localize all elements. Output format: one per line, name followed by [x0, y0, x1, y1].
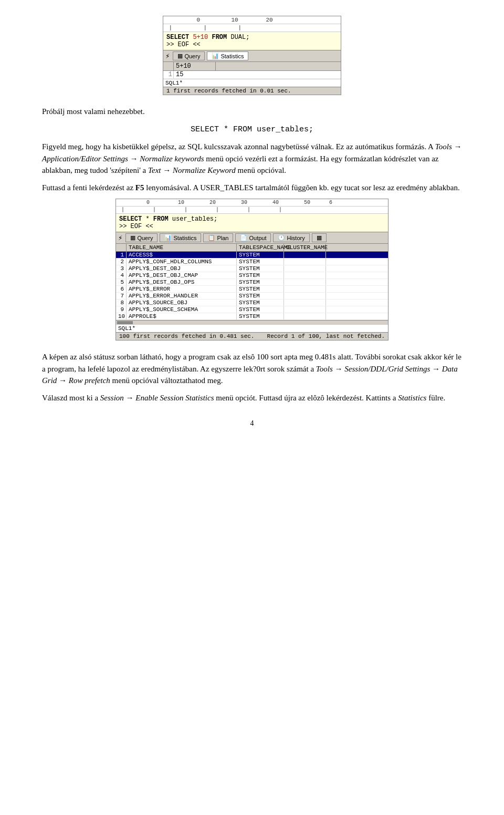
- code-area-2: SELECT * FROM user_tables; >> EOF <<: [116, 214, 388, 232]
- row-cluster: [284, 286, 326, 292]
- sql-label-2: SQL1*: [116, 324, 388, 332]
- lightning-icon-2: ⚡: [118, 233, 122, 242]
- code-area-1: SELECT 5+10 FROM DUAL; >> EOF <<: [163, 32, 341, 50]
- tab-bar-2: ⚡ ▦ Query 📊 Statistics 📋 Plan 📄 Output: [116, 232, 388, 244]
- row-cluster: [284, 259, 326, 265]
- col-5plus10-header: 5+10: [174, 62, 216, 70]
- row-tablename: APPLY$_DEST_OBJ: [127, 265, 237, 272]
- grid-icon: ▦: [177, 53, 183, 59]
- status-left: 100 first records fetched in 0.481 sec.: [119, 333, 254, 339]
- row-tablename: APPLY$_SOURCE_SCHEMA: [127, 306, 237, 313]
- row-tablename: APPLY$_ERROR: [127, 286, 237, 292]
- grid-icon-2: ▦: [130, 234, 135, 241]
- sqlplus-window-2: 0 10 20 30 40 50 6 | | | | | | SELECT * …: [116, 199, 388, 341]
- row-num: 3: [116, 265, 127, 272]
- tab-query-2[interactable]: ▦ Query: [125, 233, 158, 242]
- plan-icon: 📋: [208, 234, 215, 241]
- row-tsname: SYSTEM: [237, 259, 284, 265]
- paragraph-4: Futtasd a fenti lekérdezést az F5 lenyom…: [42, 182, 462, 194]
- col-tablename-header: TABLE_NAME: [127, 244, 237, 251]
- column-headers: TABLE_NAME TABLESPACE_NAME CLUSTER_NAME: [116, 244, 388, 252]
- paragraph-1: Próbálj most valami nehezebbet.: [42, 106, 462, 118]
- row-num: 7: [116, 293, 127, 299]
- table-row: 3 APPLY$_DEST_OBJ SYSTEM: [116, 265, 388, 272]
- status-right: Record 1 of 100, last not fetched.: [267, 333, 385, 339]
- chart-icon-2: 📊: [164, 234, 172, 241]
- table-row: 8 APPLY$_SOURCE_OBJ SYSTEM: [116, 300, 388, 306]
- row-num: 10: [116, 313, 127, 319]
- row-tablename: APPLY$_CONF_HDLR_COLUMNS: [127, 259, 237, 265]
- row-tsname: SYSTEM: [237, 306, 284, 313]
- table-row: 7 APPLY$_ERROR_HANDLER SYSTEM: [116, 293, 388, 300]
- scrollbar-thumb[interactable]: [117, 321, 133, 324]
- row-num: 6: [116, 286, 127, 292]
- ruler-marks-1: | | |: [163, 24, 341, 32]
- extra-icon: ▦: [317, 234, 322, 241]
- select-statement: SELECT * FROM user_tables;: [42, 123, 462, 136]
- tab-statistics-1[interactable]: 📊 Statistics: [207, 51, 248, 60]
- lightning-icon: ⚡: [165, 51, 170, 60]
- col-rownum-header: [163, 62, 174, 70]
- tab-statistics-2[interactable]: 📊 Statistics: [160, 233, 201, 242]
- row-tsname: SYSTEM: [237, 272, 284, 278]
- row-num: 9: [116, 306, 127, 313]
- row-cluster: [284, 293, 326, 299]
- tab-extra-2[interactable]: ▦: [312, 233, 327, 242]
- row-cluster: [284, 306, 326, 313]
- chart-icon: 📊: [212, 53, 219, 59]
- ruler-2: 0 10 20 30 40 50 6: [116, 199, 388, 207]
- row-cluster: [284, 272, 326, 278]
- page-number: 4: [42, 419, 462, 428]
- paragraph-3: Figyeld meg, hogy ha kisbetükkel gépelsz…: [42, 141, 462, 177]
- tab-bar-1: ⚡ ▦ Query 📊 Statistics: [163, 50, 341, 62]
- page-content: 0 10 20 | | | SELECT 5+10 FROM DUAL; >> …: [42, 16, 462, 428]
- row-tablename: APPLY$_ERROR_HANDLER: [127, 293, 237, 299]
- table-row: 4 APPLY$_DEST_OBJ_CMAP SYSTEM: [116, 272, 388, 279]
- row-tsname: SYSTEM: [237, 286, 284, 292]
- paragraph-5: A képen az alsó státusz sorban látható, …: [42, 351, 462, 387]
- table-row: 5 APPLY$_DEST_OBJ_OPS SYSTEM: [116, 279, 388, 286]
- row-tsname: SYSTEM: [237, 252, 284, 258]
- col-clustername-header: CLUSTER_NAME: [284, 244, 326, 251]
- row-num: 1: [116, 252, 127, 258]
- row-num-1: 1: [163, 71, 174, 78]
- paragraph-6: Válaszd most ki a Session → Enable Sessi…: [42, 392, 462, 404]
- row-tablename: APPLY$_DEST_OBJ_OPS: [127, 279, 237, 285]
- row-cluster: [284, 300, 326, 306]
- row-tsname: SYSTEM: [237, 279, 284, 285]
- horizontal-scrollbar[interactable]: [116, 320, 388, 324]
- tab-query-1[interactable]: ▦ Query: [173, 51, 205, 60]
- tab-output-2[interactable]: 📄 Output: [235, 233, 271, 242]
- tab-plan-2[interactable]: 📋 Plan: [203, 233, 233, 242]
- row-num: 8: [116, 300, 127, 306]
- table-row: 10 APPROLE$ SYSTEM: [116, 313, 388, 320]
- row-tablename: APPROLE$: [127, 313, 237, 319]
- tab-history-2[interactable]: 🕐 History: [273, 233, 309, 242]
- row-cluster: [284, 313, 326, 319]
- row-cluster: [284, 265, 326, 272]
- col-num-header: [116, 244, 127, 251]
- row-num: 5: [116, 279, 127, 285]
- sql-label-1: SQL1*: [163, 79, 341, 87]
- row-tablename: APPLY$_DEST_OBJ_CMAP: [127, 272, 237, 278]
- history-icon: 🕐: [278, 234, 285, 241]
- row-cluster: [284, 279, 326, 285]
- ruler-marks-2: | | | | | |: [116, 207, 388, 214]
- table-row: 9 APPLY$_SOURCE_SCHEMA SYSTEM: [116, 306, 388, 313]
- row-tablename: ACCESS$: [127, 252, 237, 258]
- table-row: 6 APPLY$_ERROR SYSTEM: [116, 286, 388, 293]
- row-tsname: SYSTEM: [237, 313, 284, 319]
- status-bar-2: 100 first records fetched in 0.481 sec. …: [116, 332, 388, 340]
- status-bar-1: 1 first records fetched in 0.01 sec.: [163, 87, 341, 95]
- row-tsname: SYSTEM: [237, 300, 284, 306]
- row-num: 2: [116, 259, 127, 265]
- sqlplus-window-1: 0 10 20 | | | SELECT 5+10 FROM DUAL; >> …: [163, 16, 341, 95]
- table-row: 2 APPLY$_CONF_HDLR_COLUMNS SYSTEM: [116, 259, 388, 265]
- table-row: 1 ACCESS$ SYSTEM: [116, 252, 388, 259]
- row-tsname: SYSTEM: [237, 293, 284, 299]
- output-icon: 📄: [240, 234, 247, 241]
- data-rows: 1 ACCESS$ SYSTEM 2 APPLY$_CONF_HDLR_COLU…: [116, 252, 388, 320]
- row-tablename: APPLY$_SOURCE_OBJ: [127, 300, 237, 306]
- result-value-1: 15: [174, 71, 216, 78]
- row-cluster: [284, 252, 326, 258]
